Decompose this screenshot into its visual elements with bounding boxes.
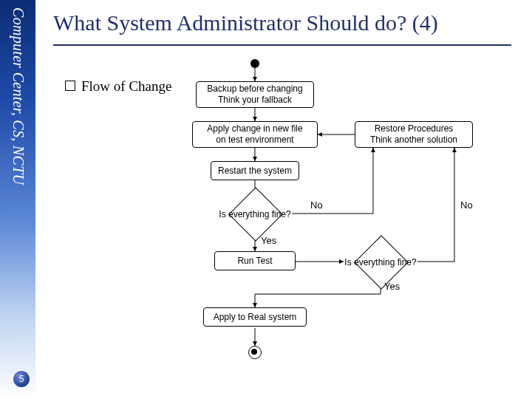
flow-node-applyreal-label: Apply to Real system <box>214 312 297 323</box>
flow-node-backup: Backup before changingThink your fallbac… <box>196 81 314 108</box>
slide: Computer Center, CS, NCTU 5 What System … <box>0 0 532 399</box>
flow-decision-1-label: Is everything fine? <box>211 209 299 219</box>
sidebar-label: Computer Center, CS, NCTU <box>10 7 27 185</box>
sidebar: Computer Center, CS, NCTU <box>0 0 35 399</box>
flow-node-applyreal: Apply to Real system <box>203 307 307 327</box>
flow-decision-2-label: Is everything fine? <box>336 257 425 267</box>
flow-edge-d2-yes: Yes <box>384 281 400 292</box>
page-number: 5 <box>13 371 30 387</box>
bullet-flow-of-change: Flow of Change <box>65 78 171 95</box>
flow-node-runtest-label: Run Test <box>237 256 272 267</box>
flow-end-node <box>248 346 262 359</box>
flowchart: Backup before changingThink your fallbac… <box>188 59 521 384</box>
flow-edge-d1-yes: Yes <box>261 235 276 246</box>
flow-node-runtest: Run Test <box>214 251 296 270</box>
bullet-label: Flow of Change <box>81 78 171 95</box>
flow-node-restart: Restart the system <box>211 161 299 180</box>
square-bullet-icon <box>65 81 75 91</box>
flow-edge-d2-no: No <box>460 200 473 211</box>
title-underline <box>53 44 511 46</box>
flow-node-apply-label: Apply change in new fileon test environm… <box>207 123 302 146</box>
flow-start-node <box>250 59 259 68</box>
flow-edge-d1-no: No <box>310 200 323 211</box>
flow-node-restore: Restore ProceduresThink another solution <box>355 121 473 148</box>
slide-title: What System Administrator Should do? (4) <box>53 10 438 35</box>
flow-node-restart-label: Restart the system <box>218 166 292 177</box>
flow-node-apply: Apply change in new fileon test environm… <box>192 121 318 148</box>
flow-node-backup-label: Backup before changingThink your fallbac… <box>207 83 302 106</box>
flow-node-restore-label: Restore ProceduresThink another solution <box>370 123 457 146</box>
